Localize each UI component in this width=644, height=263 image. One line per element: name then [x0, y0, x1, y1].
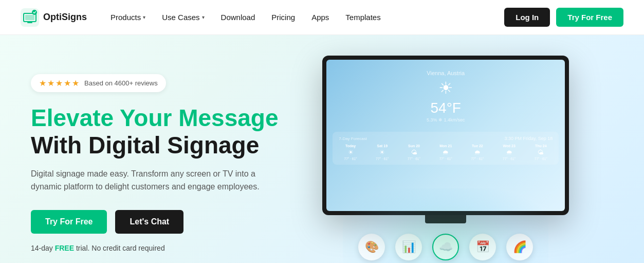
chevron-down-icon: ▾: [202, 14, 205, 20]
star-rating: ★★★★★: [39, 78, 80, 88]
nav-item-usecases[interactable]: Use Cases ▾: [155, 9, 211, 26]
hero-chat-button[interactable]: Let's Chat: [115, 210, 183, 234]
forecast-days: Today ☀ 77° · 61° Sat 19 ☀ 77° · 61° Sun…: [335, 144, 557, 161]
nav-item-products[interactable]: Products ▾: [103, 9, 153, 26]
weather-sun-icon: ☀: [339, 78, 553, 98]
headline-dark-line: With Digital Signage: [31, 132, 259, 159]
forecast-day-3: Mon 21 🌧 77° · 61°: [439, 144, 452, 161]
svg-rect-2: [25, 15, 34, 20]
nav-item-download[interactable]: Download: [214, 9, 263, 26]
tv-stand: [425, 215, 466, 223]
hero-try-button[interactable]: Try For Free: [31, 210, 107, 234]
hero-headline: Elevate Your Message With Digital Signag…: [31, 104, 279, 159]
weather-location: Vienna, Austria: [339, 70, 553, 76]
hero-section: ★★★★★ Based on 4600+ reviews Elevate You…: [0, 35, 644, 263]
navbar: OptiSigns Products ▾ Use Cases ▾ Downloa…: [0, 0, 644, 35]
app-icon-0[interactable]: 🎨: [358, 234, 385, 260]
trial-notice: 14-day FREE trial. No credit card requir…: [31, 244, 279, 252]
trial-free-label: FREE: [55, 244, 74, 252]
nav-item-pricing[interactable]: Pricing: [264, 9, 302, 26]
reviews-count: Based on 4600+ reviews: [84, 79, 158, 87]
svg-point-3: [32, 10, 37, 15]
nav-try-button[interactable]: Try For Free: [556, 8, 623, 27]
forecast-label: 7-Day Forecast: [339, 136, 367, 141]
weather-wind: 5.3% ❄ 1.4km/sec: [339, 117, 553, 122]
hero-right: Vienna, Austria ☀ 54°F 5.3% ❄ 1.4km/sec …: [279, 66, 613, 260]
brand-name: OptiSigns: [43, 12, 87, 23]
nav-item-apps[interactable]: Apps: [304, 9, 336, 26]
app-icon-3[interactable]: 📅: [469, 234, 496, 260]
forecast-day-4: Tue 22 🌧 77° · 61°: [471, 144, 484, 161]
forecast-day-5: Wed 23 🌧 77° · 61°: [503, 144, 516, 161]
forecast-day-0: Today ☀ 77° · 61°: [344, 144, 357, 161]
weather-forecast: 7-Day Forecast 3:30 PM Friday, Sep 18 To…: [333, 132, 559, 165]
hero-left: ★★★★★ Based on 4600+ reviews Elevate You…: [31, 74, 279, 252]
app-icon-4[interactable]: 🌈: [506, 234, 533, 260]
app-icon-1[interactable]: 📊: [395, 234, 422, 260]
login-button[interactable]: Log In: [504, 8, 550, 27]
logo[interactable]: OptiSigns: [21, 8, 87, 27]
headline-green-line: Elevate Your Message: [31, 104, 279, 131]
chevron-down-icon: ▾: [143, 14, 145, 20]
forecast-header: 7-Day Forecast 3:30 PM Friday, Sep 18: [335, 136, 557, 144]
forecast-day-6: Thu 24 🌤 77° · 61°: [535, 144, 547, 161]
hero-buttons: Try For Free Let's Chat: [31, 210, 279, 234]
nav-item-templates[interactable]: Templates: [338, 9, 388, 26]
nav-links: Products ▾ Use Cases ▾ Download Pricing: [103, 9, 388, 26]
logo-icon: [21, 8, 39, 27]
forecast-time: 3:30 PM Friday, Sep 18: [504, 136, 553, 141]
weather-temp: 54°F: [339, 100, 553, 116]
navbar-right: Log In Try For Free: [504, 8, 623, 27]
screen-mockup: Vienna, Austria ☀ 54°F 5.3% ❄ 1.4km/sec …: [322, 56, 569, 260]
hero-subtext: Digital signage made easy. Transform any…: [31, 167, 267, 194]
navbar-left: OptiSigns Products ▾ Use Cases ▾ Downloa…: [21, 8, 388, 27]
forecast-day-2: Sun 20 🌤 77° · 61°: [408, 144, 420, 161]
forecast-day-1: Sat 19 ☀ 77° · 61°: [376, 144, 389, 161]
tv-screen: Vienna, Austria ☀ 54°F 5.3% ❄ 1.4km/sec …: [326, 60, 565, 211]
app-icon-2[interactable]: ☁️: [432, 234, 459, 260]
app-icons-row: 🎨 📊 ☁️ 📅 🌈: [322, 234, 569, 260]
tv-frame: Vienna, Austria ☀ 54°F 5.3% ❄ 1.4km/sec …: [322, 56, 569, 215]
weather-main: Vienna, Austria ☀ 54°F 5.3% ❄ 1.4km/sec: [326, 60, 565, 128]
reviews-badge: ★★★★★ Based on 4600+ reviews: [31, 74, 166, 92]
